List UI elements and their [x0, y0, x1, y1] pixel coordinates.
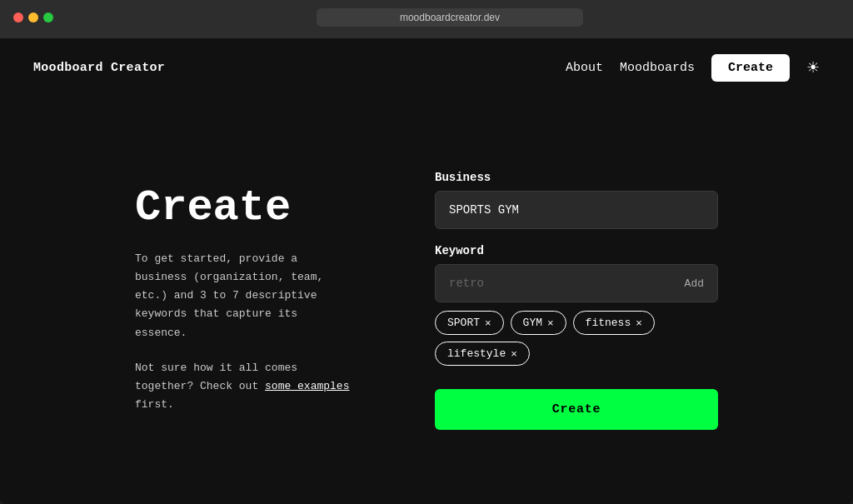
business-input[interactable] [435, 191, 718, 229]
tag-gym-label: GYM [523, 317, 542, 329]
browser-chrome: moodboardcreator.dev [0, 0, 853, 38]
tag-lifestyle-remove[interactable]: × [511, 348, 517, 359]
nav-logo: Moodboard Creator [33, 61, 165, 75]
tag-gym-remove[interactable]: × [547, 317, 554, 328]
keyword-field-group: Keyword Add SPORT × GYM × f [435, 244, 718, 366]
tags-container: SPORT × GYM × fitness × lifestyle × [435, 311, 718, 366]
page-title: Create [135, 187, 352, 230]
keyword-input[interactable] [436, 265, 671, 302]
tag-fitness: fitness × [573, 311, 655, 335]
tag-sport-remove[interactable]: × [485, 317, 491, 328]
traffic-light-red[interactable] [13, 12, 23, 22]
tag-gym: GYM × [511, 311, 566, 335]
tag-lifestyle-label: lifestyle [447, 347, 506, 360]
nav: Moodboard Creator About Moodboards Creat… [0, 38, 853, 97]
keyword-input-row: Add [435, 264, 718, 302]
theme-toggle-button[interactable]: ☀ [806, 58, 820, 77]
page-description-2: Not sure how it all comes together? Chec… [135, 359, 352, 414]
tag-sport-label: SPORT [447, 317, 480, 329]
tag-fitness-label: fitness [586, 317, 631, 329]
tag-lifestyle: lifestyle × [435, 342, 530, 366]
left-panel: Create To get started, provide a busines… [135, 187, 352, 414]
address-bar: moodboardcreator.dev [60, 8, 840, 27]
app-window: Moodboard Creator About Moodboards Creat… [0, 38, 853, 504]
keyword-label: Keyword [435, 244, 718, 257]
url-display[interactable]: moodboardcreator.dev [317, 8, 583, 27]
tag-sport: SPORT × [435, 311, 504, 335]
nav-right: About Moodboards Create ☀ [566, 54, 820, 82]
create-button[interactable]: Create [435, 389, 718, 430]
main-content: Create To get started, provide a busines… [0, 97, 853, 504]
business-label: Business [435, 171, 718, 184]
tag-fitness-remove[interactable]: × [636, 317, 642, 328]
add-keyword-button[interactable]: Add [671, 266, 717, 302]
browser-controls: moodboardcreator.dev [13, 8, 840, 27]
page-description-1: To get started, provide a business (orga… [135, 250, 352, 342]
business-field-group: Business [435, 171, 718, 229]
examples-link[interactable]: some examples [265, 380, 349, 392]
description-suffix: first. [135, 398, 174, 411]
traffic-lights [13, 12, 53, 22]
traffic-light-yellow[interactable] [28, 12, 38, 22]
nav-create-button[interactable]: Create [711, 54, 790, 82]
traffic-light-green[interactable] [43, 12, 53, 22]
nav-link-moodboards[interactable]: Moodboards [620, 61, 695, 75]
nav-link-about[interactable]: About [566, 61, 603, 75]
right-panel: Business Keyword Add SPORT × GYM [435, 171, 718, 430]
